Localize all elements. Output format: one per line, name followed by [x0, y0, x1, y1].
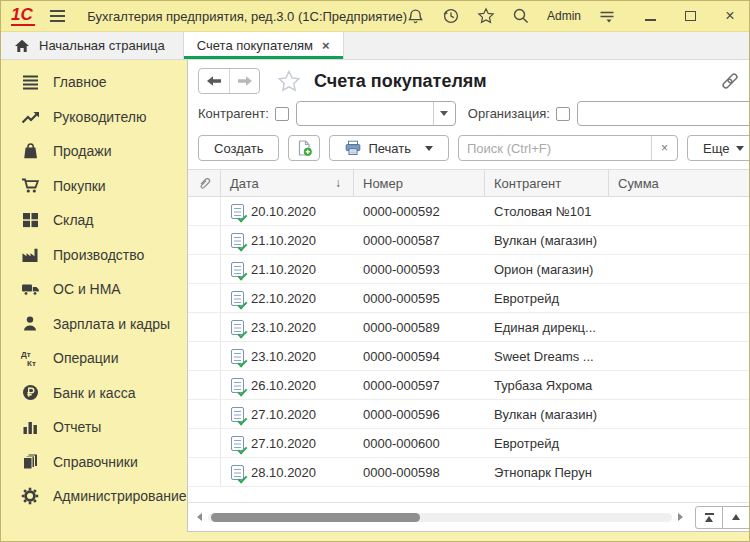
sidebar-item-operacii[interactable]: ДтКт Операции — [1, 341, 187, 376]
user-name[interactable]: Admin — [547, 9, 581, 23]
app-window: 1С Бухгалтерия предприятия, ред.3.0 (1С:… — [0, 0, 750, 542]
organization-filter-combo[interactable] — [577, 101, 750, 126]
sort-desc-icon: ↓ — [335, 176, 341, 190]
back-button[interactable] — [199, 69, 229, 93]
contractor-column-header[interactable]: Контрагент — [485, 170, 609, 196]
sum-column-header[interactable]: Сумма — [609, 170, 750, 196]
scroll-left-icon[interactable] — [197, 513, 202, 521]
sidebar-item-proizvodstvo[interactable]: Производство — [1, 238, 187, 273]
minimize-icon[interactable] — [641, 7, 659, 25]
attachment-column-header[interactable] — [188, 170, 221, 196]
search-clear-icon[interactable]: × — [651, 136, 677, 160]
favorites-star-icon[interactable] — [477, 7, 495, 25]
factory-icon — [19, 245, 41, 265]
sidebar-item-administrirovanie[interactable]: Администрирование — [1, 479, 187, 514]
table-header: Дата ↓ Номер Контрагент Сумма — [188, 169, 750, 197]
ruble-icon — [19, 383, 41, 403]
menu-icon — [19, 72, 41, 92]
posted-document-icon — [231, 262, 244, 277]
favorite-star-icon[interactable] — [277, 70, 301, 93]
go-previous-button[interactable] — [722, 506, 750, 529]
table-row[interactable]: 26.10.2020 0000-000597 Турбаза Яхрома 31… — [188, 371, 750, 400]
organization-filter-checkbox[interactable] — [556, 107, 570, 121]
bag-icon — [19, 141, 41, 161]
page-title: Счета покупателям — [314, 71, 487, 92]
trend-icon — [19, 107, 41, 127]
posted-document-icon — [231, 291, 244, 306]
active-tab-indicator — [184, 56, 343, 59]
maximize-icon[interactable] — [681, 7, 699, 25]
tab-home[interactable]: Начальная страница — [1, 32, 183, 59]
sidebar-item-rukovoditelyu[interactable]: Руководителю — [1, 100, 187, 135]
contractor-filter-combo[interactable] — [296, 101, 456, 126]
chart-icon — [19, 417, 41, 437]
paperclip-icon — [197, 176, 212, 191]
more-dropdown-icon — [736, 146, 744, 151]
table-body: 20.10.2020 0000-000592 Столовая №101 34 … — [188, 197, 750, 502]
more-button[interactable]: Еще — [687, 135, 750, 161]
grid-icon — [19, 210, 41, 230]
contractor-combo-dropdown-icon[interactable] — [433, 102, 455, 125]
table-row[interactable]: 23.10.2020 0000-000589 Единая дирекц... … — [188, 313, 750, 342]
posted-document-icon — [231, 436, 244, 451]
posted-document-icon — [231, 204, 244, 219]
history-icon[interactable] — [442, 7, 460, 25]
sidebar-item-zarplata[interactable]: Зарплата и кадры — [1, 307, 187, 342]
sidebar-item-prodazhi[interactable]: Продажи — [1, 134, 187, 169]
create-copy-button[interactable] — [288, 135, 320, 161]
sidebar-item-spravochniki[interactable]: Справочники — [1, 445, 187, 480]
scrollbar-thumb[interactable] — [211, 513, 420, 522]
main-menu-icon[interactable] — [50, 10, 66, 22]
search-icon[interactable] — [512, 7, 530, 25]
table-row[interactable]: 21.10.2020 0000-000593 Орион (магазин) 9… — [188, 255, 750, 284]
table-row[interactable]: 27.10.2020 0000-000600 Евротрейд 558,32 — [188, 429, 750, 458]
tab-invoices[interactable]: Счета покупателям × — [183, 32, 344, 59]
dtkt-icon: ДтКт — [19, 348, 41, 368]
get-link-icon[interactable] — [720, 71, 740, 91]
go-first-button[interactable] — [695, 506, 723, 529]
sidebar-item-bank-kassa[interactable]: Банк и касса — [1, 376, 187, 411]
posted-document-icon — [231, 233, 244, 248]
books-icon — [19, 452, 41, 472]
posted-document-icon — [231, 407, 244, 422]
forward-button[interactable] — [229, 69, 259, 93]
main-area: Счета покупателям × Контрагент: — [187, 60, 750, 542]
table-row[interactable]: 22.10.2020 0000-000595 Евротрейд 139,62 — [188, 284, 750, 313]
sidebar-item-os-nma[interactable]: ОС и НМА — [1, 272, 187, 307]
truck-icon — [19, 279, 41, 299]
record-pager — [695, 506, 750, 529]
gear-icon — [19, 486, 41, 506]
filters-row: Контрагент: Организация: — [188, 98, 750, 133]
organization-filter-label: Организация: — [468, 106, 550, 121]
home-icon — [14, 38, 30, 54]
date-column-header[interactable]: Дата ↓ — [221, 170, 354, 196]
contractor-filter-label: Контрагент: — [198, 106, 269, 121]
toolbar: Создать Печать × Еще — [188, 133, 750, 169]
sidebar-item-sklad[interactable]: Склад — [1, 203, 187, 238]
table-row[interactable]: 20.10.2020 0000-000592 Столовая №101 34 … — [188, 197, 750, 226]
scroll-right-icon[interactable] — [678, 513, 683, 521]
sidebar-item-glavnoe[interactable]: Главное — [1, 65, 187, 100]
sidebar-item-pokupki[interactable]: Покупки — [1, 169, 187, 204]
sidebar-item-otchety[interactable]: Отчеты — [1, 410, 187, 445]
window-title: Бухгалтерия предприятия, ред.3.0 (1С:Пре… — [87, 9, 407, 24]
contractor-filter-checkbox[interactable] — [275, 107, 289, 121]
person-icon — [19, 314, 41, 334]
tab-home-label: Начальная страница — [39, 38, 165, 53]
close-window-icon[interactable]: × — [721, 7, 739, 25]
number-column-header[interactable]: Номер — [354, 170, 485, 196]
tab-close-icon[interactable]: × — [322, 38, 330, 53]
create-button[interactable]: Создать — [198, 135, 279, 161]
horizontal-scrollbar[interactable] — [208, 513, 672, 522]
table-row[interactable]: 23.10.2020 0000-000594 Sweet Dreams ... … — [188, 342, 750, 371]
search-input[interactable] — [459, 136, 651, 160]
printer-icon — [345, 140, 361, 156]
sidebar: Главное Руководителю Продажи Покупки — [1, 60, 187, 542]
table-row[interactable]: 21.10.2020 0000-000587 Вулкан (магазин) … — [188, 226, 750, 255]
print-button[interactable]: Печать — [329, 135, 449, 161]
table-row[interactable]: 27.10.2020 0000-000596 Вулкан (магазин) … — [188, 400, 750, 429]
notifications-bell-icon[interactable] — [407, 7, 425, 25]
service-menu-icon[interactable] — [598, 7, 616, 25]
posted-document-icon — [231, 465, 244, 480]
table-row[interactable]: 28.10.2020 0000-000598 Этнопарк Перун 10… — [188, 458, 750, 487]
